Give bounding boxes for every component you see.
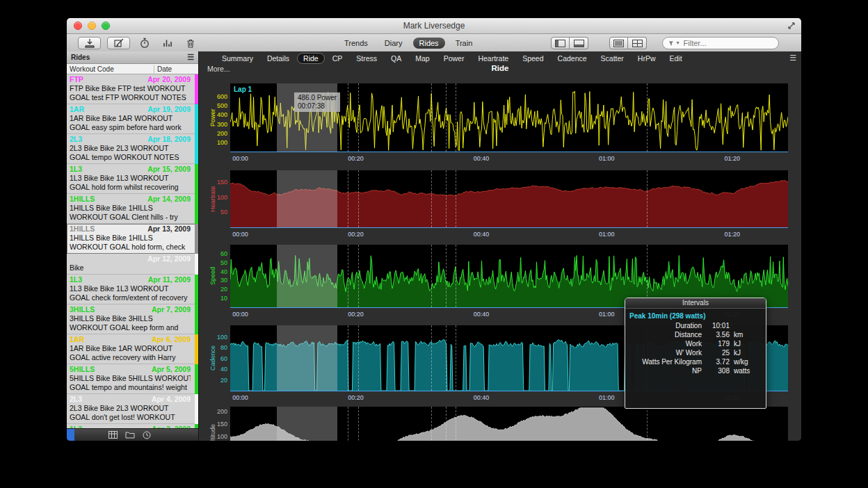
ride-list-item[interactable]: FTPApr 20, 2009FTP Bike Bike FTP test WO… [67, 74, 198, 104]
toolbar-tab-train[interactable]: Train [449, 38, 479, 49]
sidebar-toggle-icon[interactable] [551, 37, 570, 49]
x-axis-label: 00:00 [232, 394, 248, 401]
interval-marker-line [456, 83, 456, 152]
ride-item-head: 2L3Apr 4, 2009 [70, 395, 191, 404]
ride-list-item[interactable]: 2L3Apr 4, 20092L3 Bike Bike 2L3 WORKOUTG… [67, 394, 198, 424]
column-workout-code[interactable]: Workout Code [67, 65, 154, 73]
x-axis-label: 00:20 [348, 394, 364, 401]
speed-ytick: 50 [199, 259, 227, 266]
x-axis-label: 00:00 [232, 231, 248, 238]
toolbar-tab-diary[interactable]: Diary [378, 38, 409, 49]
filter-field[interactable]: ▾ [662, 37, 779, 49]
ride-code: 1AR [70, 335, 84, 344]
column-date[interactable]: Date [154, 65, 198, 73]
ride-item-head: 1HILLSApr 13, 2009 [70, 225, 191, 234]
rides-sidebar: Rides ☰ Workout Code Date FTPApr 20, 200… [67, 51, 199, 441]
ride-list-item[interactable]: 1L3Apr 15, 20091L3 Bike Bike 1L3 WORKOUT… [67, 164, 198, 194]
ride-list-item[interactable]: 5HILLSApr 5, 20095HILLS Bike Bike 5HILLS… [67, 364, 198, 394]
hover-tooltip: 486.0 Power00:07:38 [294, 92, 340, 112]
bottompane-toggle-icon[interactable] [570, 37, 588, 49]
stat-unit: km [734, 330, 762, 339]
stat-label: NP [629, 366, 702, 375]
stopwatch-button[interactable] [136, 37, 153, 49]
ride-item-head: 3HILLSApr 7, 2009 [70, 305, 191, 314]
ride-list-item[interactable]: 1L3Apr 11, 20091L3 Bike Bike 1L3 WORKOUT… [67, 275, 198, 304]
cadence-ytick: 60 [199, 355, 227, 362]
interval-marker-line [456, 245, 456, 307]
x-axis-label: 01:00 [599, 311, 615, 318]
ride-description: 1L3 Bike Bike 1L3 WORKOUTGOAL check form… [70, 284, 191, 302]
interval-marker-line [456, 325, 456, 391]
trash-button[interactable] [182, 37, 199, 49]
ride-description: 1HILLS Bike Bike 1HILLSWORKOUT GOAL Clen… [70, 204, 191, 222]
ride-list-item[interactable]: Apr 12, 2009Bike [67, 254, 198, 275]
tiled-view-icon[interactable] [628, 37, 647, 49]
ride-list-item[interactable]: 3HILLSApr 7, 20093HILLS Bike Bike 3HILLS… [67, 304, 198, 334]
ride-code: 2L3 [70, 395, 82, 404]
x-axis-label: 00:40 [474, 311, 490, 318]
sidebar-menu-icon[interactable]: ☰ [187, 54, 194, 61]
compose-button[interactable] [107, 37, 130, 49]
interval-stat-row: Duration10:01 [629, 321, 762, 330]
interval-marker-line [358, 407, 359, 441]
minimize-button[interactable] [88, 22, 96, 30]
ride-code: 2L3 [70, 135, 82, 144]
table-icon[interactable] [108, 431, 118, 439]
ride-date: Apr 13, 2009 [147, 225, 191, 234]
speed-ytick: 30 [199, 277, 227, 284]
heartrate-x-axis-labels: 00:0000:2000:4001:0001:20 [230, 231, 788, 238]
clock-icon[interactable] [143, 431, 151, 439]
ride-list-item[interactable]: 1HILLSApr 14, 20091HILLS Bike Bike 1HILL… [67, 194, 198, 224]
power-chart-plot[interactable]: Lap 1486.0 Power00:07:38 [230, 83, 788, 152]
zoom-button[interactable] [102, 22, 110, 30]
ride-view: SummaryDetailsRideCPStressQAMapPowerHear… [199, 51, 801, 441]
ride-color-stripe [195, 224, 198, 254]
speed-ytick: 40 [199, 268, 227, 275]
cadence-ytick: 80 [199, 344, 227, 351]
close-button[interactable] [74, 22, 82, 30]
cadence-ytick: 40 [199, 366, 227, 373]
interval-stat-row: Distance3.56km [629, 330, 762, 339]
sidebar-title: Rides [71, 54, 90, 61]
interval-marker-line [431, 325, 432, 391]
interval-stat-row: NP308watts [629, 366, 762, 375]
altitude-ytick: 200 [199, 408, 227, 415]
ride-color-stripe [195, 254, 198, 275]
ride-date: Apr 5, 2009 [152, 365, 191, 374]
power-ytick: 200 [199, 130, 227, 137]
main-toolbar: TrendsDiaryRidesTrain ▾ [67, 34, 801, 53]
sidebar-footer-accent [67, 429, 74, 441]
power-ytick: 100 [199, 139, 227, 146]
altitude-chart-plot[interactable] [230, 407, 788, 441]
pane-toggle-group [551, 37, 588, 49]
filter-input[interactable] [682, 38, 773, 48]
ride-color-stripe [195, 394, 198, 424]
download-button[interactable] [78, 37, 101, 49]
single-view-icon[interactable] [609, 37, 628, 49]
x-axis-label: 00:20 [348, 231, 364, 238]
folder-icon[interactable] [125, 431, 135, 439]
heartrate-chart-plot[interactable] [230, 170, 788, 228]
lap-label: Lap 1 [234, 86, 252, 93]
altitude-selection-region [277, 407, 337, 441]
x-axis-label: 00:20 [348, 155, 364, 162]
intervals-button[interactable] [159, 37, 176, 49]
ride-list-item[interactable]: 1ARApr 6, 20091AR Bike Bike 1AR WORKOUTG… [67, 334, 198, 364]
ride-date: Apr 18, 2009 [147, 135, 191, 144]
ride-date: Apr 7, 2009 [152, 305, 191, 314]
ride-description: 2L3 Bike Bike 2L3 WORKOUTGOAL tempo WORK… [70, 144, 191, 162]
toolbar-tab-rides[interactable]: Rides [413, 38, 445, 49]
interval-marker-line [456, 170, 456, 227]
fullscreen-icon[interactable] [787, 21, 796, 31]
ride-list-item[interactable]: 1HILLSApr 13, 20091HILLS Bike Bike 1HILL… [67, 224, 198, 254]
toolbar-tab-trends[interactable]: Trends [338, 38, 374, 49]
x-axis-label: 00:20 [348, 311, 364, 318]
ride-list-item[interactable]: 1ARApr 19, 20091AR Bike Bike 1AR WORKOUT… [67, 104, 198, 134]
peak-interval-heading: Peak 10min (298 watts) [629, 311, 762, 321]
ride-color-stripe [195, 304, 198, 334]
intervals-popup-title[interactable]: Intervals [625, 298, 766, 309]
title-bar[interactable]: Mark Liversedge [67, 18, 801, 34]
ride-description: FTP Bike Bike FTP test WORKOUTGOAL test … [70, 84, 191, 102]
ride-list-item[interactable]: 2L3Apr 18, 20092L3 Bike Bike 2L3 WORKOUT… [67, 134, 198, 164]
interval-marker-line [348, 83, 348, 152]
